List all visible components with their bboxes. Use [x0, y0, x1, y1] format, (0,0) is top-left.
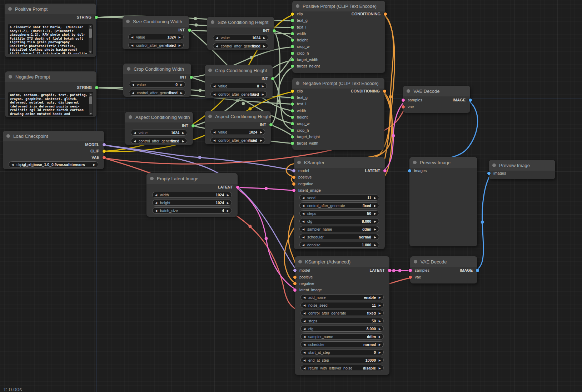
- increment-arrow-icon[interactable]: ▶: [262, 85, 264, 88]
- decrement-arrow-icon[interactable]: ◀: [216, 45, 218, 48]
- decrement-arrow-icon[interactable]: ◀: [303, 296, 305, 299]
- model-input-slot[interactable]: [292, 169, 295, 172]
- widget-value[interactable]: ◀value0▶: [210, 83, 267, 89]
- collapse-dot-icon[interactable]: [8, 7, 12, 11]
- decrement-arrow-icon[interactable]: ◀: [131, 36, 133, 39]
- widget-steps[interactable]: ◀steps50▶: [300, 318, 384, 324]
- string-output-slot[interactable]: [95, 86, 98, 89]
- wire-reroute-dot[interactable]: [398, 269, 402, 272]
- node-ksampler-advanced[interactable]: KSampler (Advanced)LATENTmodelpositivene…: [295, 256, 389, 375]
- collapse-dot-icon[interactable]: [150, 177, 154, 180]
- widget-start-at-step[interactable]: ◀start_at_step0▶: [300, 349, 384, 355]
- node-positive-clip-encode[interactable]: Positive Prompt (CLIP Text Encode)CONDIT…: [292, 1, 385, 73]
- wire-reroute-dot[interactable]: [265, 187, 268, 190]
- decrement-arrow-icon[interactable]: ◀: [302, 212, 304, 215]
- increment-arrow-icon[interactable]: ▶: [182, 131, 184, 135]
- decrement-arrow-icon[interactable]: ◀: [213, 85, 215, 88]
- widget-control-after-generate[interactable]: ◀control_after_generatefixed▶: [210, 137, 265, 143]
- node-aspect-conditioning-height[interactable]: Aspect Conditioning HeightINT◀value1024▶…: [205, 111, 271, 144]
- widget-batch-size[interactable]: ◀batch_size4▶: [152, 207, 232, 213]
- node-size-conditioning-width[interactable]: Size Conditioning WidthINT◀value1024▶◀co…: [123, 16, 189, 49]
- increment-arrow-icon[interactable]: ▶: [374, 236, 376, 239]
- collapse-dot-icon[interactable]: [126, 20, 130, 23]
- negative-prompt-text-area[interactable]: anime, cartoon, graphic, text, painting,…: [8, 92, 93, 116]
- node-aspect-conditioning-width[interactable]: Aspect Conditioning WidthINT◀value1024▶◀…: [125, 112, 193, 145]
- widget-cfg[interactable]: ◀cfg8.000▶: [299, 218, 379, 224]
- node-preview-image-2[interactable]: Preview Imageimages: [489, 160, 555, 179]
- target-width-input-slot[interactable]: [291, 142, 294, 145]
- increment-arrow-icon[interactable]: ▶: [93, 163, 95, 166]
- vae-decode-2-titlebar[interactable]: VAE Decode: [410, 256, 477, 267]
- widget-control-after-generate[interactable]: ◀control_after_generatefixed▶: [299, 202, 379, 208]
- latent-image-input-slot[interactable]: [292, 189, 295, 192]
- text-g-input-slot[interactable]: [291, 96, 294, 99]
- increment-arrow-icon[interactable]: ▶: [379, 320, 381, 323]
- increment-arrow-icon[interactable]: ▶: [180, 83, 183, 86]
- scrollbar-thumb[interactable]: [89, 29, 92, 38]
- target-width-input-slot[interactable]: [291, 58, 294, 61]
- width-input-slot[interactable]: [291, 109, 294, 112]
- collapse-dot-icon[interactable]: [296, 4, 299, 8]
- node-graph-canvas[interactable]: Positive PromptSTRINGa cinematic shot fo…: [0, 0, 582, 392]
- wire-reroute-dot[interactable]: [198, 156, 202, 159]
- samples-input-slot[interactable]: [402, 99, 405, 102]
- widget-value[interactable]: ◀value1024▶: [210, 129, 265, 135]
- wire-reroute-dot[interactable]: [236, 99, 239, 102]
- node-vae-decode-2[interactable]: VAE DecodeIMAGEsamplesvae: [410, 256, 477, 283]
- increment-arrow-icon[interactable]: ▶: [374, 212, 376, 215]
- wire-reroute-dot[interactable]: [389, 95, 392, 99]
- decrement-arrow-icon[interactable]: ◀: [11, 163, 14, 166]
- clip-input-slot[interactable]: [291, 90, 294, 93]
- node-negative-clip-encode[interactable]: Negative Prompt (CLIP Text Encode)CONDIT…: [292, 78, 384, 150]
- wire-reroute-dot[interactable]: [481, 221, 484, 224]
- int-output-slot[interactable]: [191, 124, 195, 127]
- node-negative-prompt[interactable]: Negative PromptSTRINGanime, cartoon, gra…: [5, 71, 96, 117]
- increment-arrow-icon[interactable]: ▶: [180, 91, 183, 95]
- increment-arrow-icon[interactable]: ▶: [374, 243, 376, 247]
- widget-control-after-generate[interactable]: ◀control_after_generatefixed▶: [129, 90, 185, 96]
- collapse-dot-icon[interactable]: [6, 134, 10, 138]
- increment-arrow-icon[interactable]: ▶: [379, 359, 381, 362]
- negative-input-slot[interactable]: [293, 282, 297, 285]
- int-output-slot[interactable]: [188, 29, 191, 32]
- wire-reroute-dot[interactable]: [195, 24, 198, 27]
- decrement-arrow-icon[interactable]: ◀: [303, 359, 305, 362]
- vae-decode-1-titlebar[interactable]: VAE Decode: [403, 86, 470, 96]
- widget-seed[interactable]: ◀seed11▶: [299, 195, 379, 201]
- increment-arrow-icon[interactable]: ▶: [263, 45, 265, 48]
- node-ksampler[interactable]: KSamplerLATENTmodelpositivenegativelaten…: [294, 157, 385, 249]
- model-output-slot[interactable]: [103, 143, 106, 146]
- decrement-arrow-icon[interactable]: ◀: [302, 243, 304, 247]
- height-input-slot[interactable]: [291, 116, 294, 119]
- int-output-slot[interactable]: [269, 123, 273, 126]
- model-input-slot[interactable]: [293, 269, 297, 272]
- increment-arrow-icon[interactable]: ▶: [379, 351, 381, 354]
- increment-arrow-icon[interactable]: ▶: [374, 204, 376, 207]
- widget-return-with-leftover-noise[interactable]: ◀return_with_leftover_noisedisable▶: [300, 365, 384, 371]
- clip-input-slot[interactable]: [291, 12, 294, 16]
- widget-scheduler[interactable]: ◀schedulernormal▶: [299, 234, 379, 240]
- crop-w-input-slot[interactable]: [291, 45, 294, 48]
- wire-reroute-dot[interactable]: [392, 134, 395, 137]
- decrement-arrow-icon[interactable]: ◀: [155, 201, 157, 205]
- increment-arrow-icon[interactable]: ▶: [379, 312, 381, 315]
- wire-reroute-dot[interactable]: [194, 17, 197, 20]
- positive-prompt-titlebar[interactable]: Positive Prompt: [5, 4, 96, 14]
- collapse-dot-icon[interactable]: [208, 115, 212, 118]
- widget-control-after-generate[interactable]: ◀control_after_generatefixed▶: [213, 43, 268, 49]
- decrement-arrow-icon[interactable]: ◀: [303, 335, 305, 338]
- positive-clip-encode-titlebar[interactable]: Positive Prompt (CLIP Text Encode): [292, 1, 385, 11]
- text-g-input-slot[interactable]: [291, 19, 294, 22]
- positive-input-slot[interactable]: [293, 276, 297, 279]
- decrement-arrow-icon[interactable]: ◀: [131, 44, 133, 47]
- positive-input-slot[interactable]: [292, 176, 295, 179]
- increment-arrow-icon[interactable]: ▶: [260, 131, 262, 134]
- aspect-conditioning-height-titlebar[interactable]: Aspect Conditioning Height: [205, 111, 271, 122]
- widget-end-at-step[interactable]: ◀end_at_step10000▶: [300, 357, 384, 363]
- node-vae-decode-1[interactable]: VAE DecodeIMAGEsamplesvae: [403, 86, 470, 113]
- ksampler-advanced-titlebar[interactable]: KSampler (Advanced): [295, 256, 389, 267]
- wire-reroute-dot[interactable]: [199, 89, 202, 92]
- decrement-arrow-icon[interactable]: ◀: [302, 228, 304, 231]
- wire-reroute-dot[interactable]: [265, 237, 268, 240]
- widget-add-noise[interactable]: ◀add_noiseenable▶: [300, 294, 384, 300]
